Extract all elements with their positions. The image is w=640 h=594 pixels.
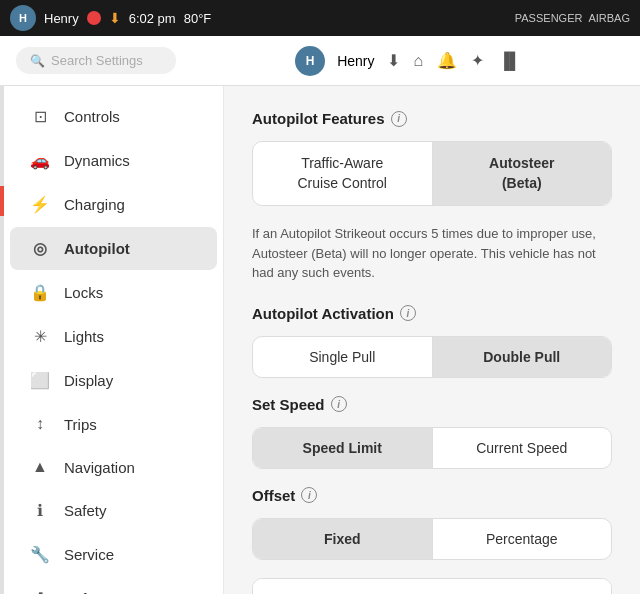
display-icon: ⬜ [30,371,50,390]
charging-icon: ⚡ [30,195,50,214]
bluetooth-header-icon[interactable]: ✦ [471,51,484,70]
locks-icon: 🔒 [30,283,50,302]
offset-toggle: Fixed Percentage [252,518,612,560]
current-speed-option[interactable]: Current Speed [433,428,612,468]
autopilot-features-title: Autopilot Features i [252,110,612,127]
header: 🔍 Search Settings H Henry ⬇ ⌂ 🔔 ✦ ▐▌ [0,36,640,86]
sidebar-label-safety: Safety [64,502,107,519]
double-pull-option[interactable]: Double Pull [433,337,612,377]
search-box[interactable]: 🔍 Search Settings [16,47,176,74]
sidebar-item-controls[interactable]: ⊡ Controls [10,95,217,138]
autopilot-activation-info-icon[interactable]: i [400,305,416,321]
sidebar-label-display: Display [64,372,113,389]
lights-icon: ✳ [30,327,50,346]
sidebar-label-dynamics: Dynamics [64,152,130,169]
stepper-minus-button[interactable]: − [253,579,309,594]
sidebar-item-service[interactable]: 🔧 Service [10,533,217,576]
tacc-option[interactable]: Traffic-AwareCruise Control [253,142,433,205]
signal-header-icon: ▐▌ [498,52,521,70]
autopilot-activation-toggle: Single Pull Double Pull [252,336,612,378]
download-header-icon[interactable]: ⬇ [387,51,400,70]
autopilot-icon: ◎ [30,239,50,258]
set-speed-title: Set Speed i [252,396,612,413]
software-icon: ⬇ [30,589,50,594]
set-speed-info-icon[interactable]: i [331,396,347,412]
single-pull-option[interactable]: Single Pull [253,337,433,377]
controls-icon: ⊡ [30,107,50,126]
offset-title: Offset i [252,487,612,504]
sidebar-label-service: Service [64,546,114,563]
sidebar-item-software[interactable]: ⬇ Software [10,577,217,594]
search-icon: 🔍 [30,54,45,68]
sidebar-accent-line [0,186,4,216]
sidebar-label-autopilot: Autopilot [64,240,130,257]
header-avatar: H [295,46,325,76]
service-icon: 🔧 [30,545,50,564]
autopilot-features-toggle: Traffic-AwareCruise Control Autosteer(Be… [252,141,612,206]
sidebar-accent [0,86,4,594]
sidebar-item-navigation[interactable]: ▲ Navigation [10,446,217,488]
home-header-icon[interactable]: ⌂ [414,52,424,70]
trips-icon: ↕ [30,415,50,433]
content-area: Autopilot Features i Traffic-AwareCruise… [224,86,640,594]
status-avatar: H [10,5,36,31]
sidebar-label-trips: Trips [64,416,97,433]
dynamics-icon: 🚗 [30,151,50,170]
sidebar-item-dynamics[interactable]: 🚗 Dynamics [10,139,217,182]
main-layout: ⊡ Controls 🚗 Dynamics ⚡ Charging ◎ Autop… [0,86,640,594]
autopilot-activation-title: Autopilot Activation i [252,305,612,322]
sidebar-label-lights: Lights [64,328,104,345]
record-indicator [87,11,101,25]
header-center: H Henry ⬇ ⌂ 🔔 ✦ ▐▌ [192,46,624,76]
sidebar-item-display[interactable]: ⬜ Display [10,359,217,402]
status-time: 6:02 pm [129,11,176,26]
percentage-option[interactable]: Percentage [433,519,612,559]
download-icon: ⬇ [109,10,121,26]
status-temp: 80°F [184,11,212,26]
sidebar-label-locks: Locks [64,284,103,301]
sidebar-item-lights[interactable]: ✳ Lights [10,315,217,358]
autosteer-option[interactable]: Autosteer(Beta) [433,142,612,205]
sidebar-label-charging: Charging [64,196,125,213]
header-username: Henry [337,53,374,69]
autopilot-features-info-icon[interactable]: i [391,111,407,127]
status-bar: H Henry ⬇ 6:02 pm 80°F PASSENGER AIRBAG [0,0,640,36]
offset-info-icon[interactable]: i [301,487,317,503]
fixed-option[interactable]: Fixed [253,519,433,559]
header-icons: ⬇ ⌂ 🔔 ✦ ▐▌ [387,51,521,70]
sidebar-item-locks[interactable]: 🔒 Locks [10,271,217,314]
sidebar-item-autopilot[interactable]: ◎ Autopilot [10,227,217,270]
sidebar-item-trips[interactable]: ↕ Trips [10,403,217,445]
sidebar-item-charging[interactable]: ⚡ Charging [10,183,217,226]
autopilot-description: If an Autopilot Strikeout occurs 5 times… [252,224,612,283]
safety-icon: ℹ [30,501,50,520]
sidebar-item-safety[interactable]: ℹ Safety [10,489,217,532]
search-placeholder: Search Settings [51,53,143,68]
sidebar-label-navigation: Navigation [64,459,135,476]
bell-header-icon[interactable]: 🔔 [437,51,457,70]
stepper-plus-button[interactable]: + [555,579,611,594]
sidebar: ⊡ Controls 🚗 Dynamics ⚡ Charging ◎ Autop… [4,86,224,594]
airbag-label: AIRBAG [588,12,630,24]
sidebar-label-software: Software [64,590,123,594]
passenger-label: PASSENGER [515,12,583,24]
offset-stepper: − +0 mph + [252,578,612,594]
navigation-icon: ▲ [30,458,50,476]
set-speed-toggle: Speed Limit Current Speed [252,427,612,469]
status-username: Henry [44,11,79,26]
speed-limit-option[interactable]: Speed Limit [253,428,433,468]
sidebar-label-controls: Controls [64,108,120,125]
